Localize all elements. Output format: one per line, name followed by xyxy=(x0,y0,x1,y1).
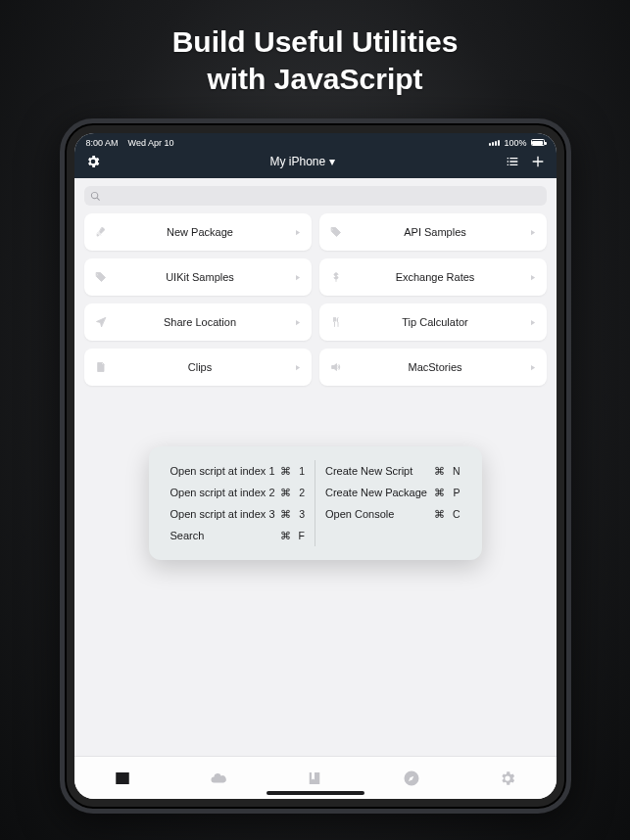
settings-button[interactable] xyxy=(84,153,102,170)
ipad-frame: 8:00 AM Wed Apr 10 100% My iPhone ▾ xyxy=(60,118,571,814)
page-title[interactable]: My iPhone ▾ xyxy=(269,155,334,168)
card-label: MacStories xyxy=(343,361,528,373)
card-exchange-rates[interactable]: Exchange Rates xyxy=(319,258,547,296)
rocket-icon xyxy=(94,226,108,238)
shortcut-row: Open Console⌘C xyxy=(325,503,460,525)
shortcut-row: Create New Package⌘P xyxy=(325,482,460,503)
list-view-button[interactable] xyxy=(504,153,521,170)
tab-cloud[interactable] xyxy=(208,768,229,789)
shortcut-row: Open script at index 1⌘1 xyxy=(170,460,306,482)
card-label: Exchange Rates xyxy=(343,271,528,283)
play-icon xyxy=(528,358,537,376)
shortcut-label: Search xyxy=(170,530,205,541)
shortcut-keys: ⌘1 xyxy=(280,465,305,477)
status-left: 8:00 AM Wed Apr 10 xyxy=(86,138,174,148)
status-time: 8:00 AM xyxy=(86,138,119,148)
tab-bar xyxy=(74,756,557,799)
gear-icon xyxy=(499,770,516,787)
nav-bar: My iPhone ▾ xyxy=(74,149,557,178)
tab-compass[interactable] xyxy=(401,768,422,789)
shortcut-keys: ⌘F xyxy=(280,530,305,541)
card-label: Tip Calculator xyxy=(343,316,528,328)
card-label: Clips xyxy=(108,361,293,373)
card-clips[interactable]: Clips xyxy=(84,349,312,386)
compass-icon xyxy=(403,770,420,787)
status-right: 100% xyxy=(489,138,544,148)
keyboard-shortcuts-hud: Open script at index 1⌘1Open script at i… xyxy=(149,446,482,560)
headline-line-2: with JavaScript xyxy=(172,61,459,98)
fork-icon xyxy=(329,316,343,328)
tab-bookmark[interactable] xyxy=(304,768,325,789)
bookmark-icon xyxy=(306,770,323,787)
home-indicator xyxy=(267,791,364,795)
shortcuts-col-right: Create New Script⌘NCreate New Package⌘PO… xyxy=(315,460,470,546)
wifi-icon xyxy=(489,140,500,146)
card-label: UIKit Samples xyxy=(108,271,293,283)
search-input[interactable] xyxy=(84,186,547,206)
dollar-icon xyxy=(329,271,343,283)
search-icon xyxy=(90,191,101,202)
card-label: API Samples xyxy=(343,226,528,238)
ipad-screen: 8:00 AM Wed Apr 10 100% My iPhone ▾ xyxy=(74,133,557,799)
shortcut-row: Create New Script⌘N xyxy=(325,460,460,482)
battery-icon xyxy=(531,139,545,146)
card-api-samples[interactable]: API Samples xyxy=(319,213,547,251)
status-bar: 8:00 AM Wed Apr 10 100% xyxy=(74,133,557,149)
shortcut-keys: ⌘C xyxy=(434,508,460,520)
shortcut-label: Open Console xyxy=(325,508,394,520)
play-icon xyxy=(293,358,302,376)
shortcut-label: Open script at index 1 xyxy=(170,465,275,477)
location-icon xyxy=(94,316,108,328)
play-icon xyxy=(528,223,537,241)
shortcuts-col-left: Open script at index 1⌘1Open script at i… xyxy=(161,460,316,546)
gear-icon xyxy=(85,154,101,169)
shortcut-keys: ⌘N xyxy=(434,465,460,477)
console-icon xyxy=(114,770,131,787)
speaker-icon xyxy=(329,361,343,373)
shortcut-row: Open script at index 3⌘3 xyxy=(170,503,306,525)
card-uikit-samples[interactable]: UIKit Samples xyxy=(84,258,312,296)
card-share-location[interactable]: Share Location xyxy=(84,303,312,341)
list-icon xyxy=(505,154,520,169)
shortcut-label: Create New Package xyxy=(325,487,427,498)
card-macstories[interactable]: MacStories xyxy=(319,349,547,386)
add-button[interactable] xyxy=(529,153,547,170)
shortcut-keys: ⌘2 xyxy=(280,487,305,498)
tag-icon xyxy=(94,271,108,283)
doc-icon xyxy=(94,361,108,373)
card-tip-calculator[interactable]: Tip Calculator xyxy=(319,303,547,341)
shortcut-label: Create New Script xyxy=(325,465,412,477)
play-icon xyxy=(528,313,537,331)
plus-icon xyxy=(530,154,546,169)
headline-line-1: Build Useful Utilities xyxy=(172,23,459,61)
shortcut-label: Open script at index 2 xyxy=(170,487,275,498)
card-label: New Package xyxy=(108,226,293,238)
tab-console[interactable] xyxy=(112,768,133,789)
shortcut-keys: ⌘P xyxy=(434,487,460,498)
marketing-headline: Build Useful Utilities with JavaScript xyxy=(172,23,459,97)
shortcut-row: Open script at index 2⌘2 xyxy=(170,482,306,503)
cloud-icon xyxy=(210,770,227,787)
battery-percent: 100% xyxy=(504,138,526,148)
play-icon xyxy=(293,313,302,331)
shortcut-label: Open script at index 3 xyxy=(170,508,275,520)
play-icon xyxy=(293,223,302,241)
play-icon xyxy=(528,268,537,286)
tag-icon xyxy=(329,226,343,238)
card-new-package[interactable]: New Package xyxy=(84,213,312,251)
scripts-grid: New PackageAPI SamplesUIKit SamplesExcha… xyxy=(74,211,557,386)
shortcut-row: Search⌘F xyxy=(170,525,306,546)
play-icon xyxy=(293,268,302,286)
status-date: Wed Apr 10 xyxy=(128,138,174,148)
card-label: Share Location xyxy=(108,316,293,328)
shortcut-keys: ⌘3 xyxy=(280,508,305,520)
tab-settings[interactable] xyxy=(497,768,518,789)
